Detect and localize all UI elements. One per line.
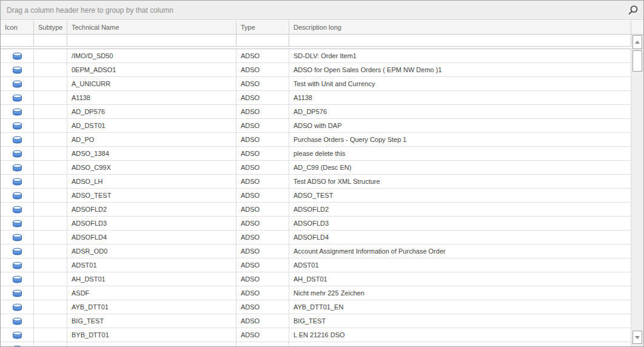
cell-subtype[interactable] bbox=[34, 328, 67, 342]
cell-type[interactable]: ADSO bbox=[236, 175, 289, 188]
row-icon-cell[interactable] bbox=[1, 91, 34, 104]
row-icon-cell[interactable] bbox=[1, 63, 34, 76]
cell-type[interactable]: ADSO bbox=[236, 147, 289, 160]
vertical-scrollbar[interactable] bbox=[631, 35, 643, 346]
cell-type[interactable]: ADSO bbox=[236, 133, 289, 146]
row-icon-cell[interactable] bbox=[1, 217, 34, 230]
cell-subtype[interactable] bbox=[34, 119, 67, 132]
cell-description[interactable]: AD_C99 (Desc EN) bbox=[289, 161, 631, 174]
cell-description[interactable]: Nicht mehr 225 Zeichen bbox=[289, 286, 631, 300]
group-by-panel[interactable]: Drag a column header here to group by th… bbox=[1, 1, 643, 20]
cell-description[interactable]: BIG_TEST bbox=[289, 314, 631, 328]
cell-subtype[interactable] bbox=[34, 175, 67, 188]
column-header-icon[interactable]: Icon bbox=[1, 21, 34, 34]
cell-technical-name[interactable]: ADSOFLD2 bbox=[67, 203, 236, 216]
cell-type[interactable]: ADSO bbox=[236, 189, 289, 202]
cell-type[interactable]: ADSO bbox=[236, 105, 289, 118]
cell-subtype[interactable] bbox=[34, 272, 67, 286]
cell-technical-name[interactable]: AD_PO bbox=[67, 133, 236, 146]
row-icon-cell[interactable] bbox=[1, 49, 34, 62]
cell-description[interactable]: ADSOFLD2 bbox=[289, 203, 631, 216]
cell-description[interactable]: ADSO_TEST bbox=[289, 189, 631, 202]
row-icon-cell[interactable] bbox=[1, 161, 34, 174]
row-icon-cell[interactable] bbox=[1, 231, 34, 244]
cell-description[interactable]: ADSO for Open Sales Orders ( EPM NW Demo… bbox=[289, 63, 631, 76]
search-icon[interactable] bbox=[627, 5, 639, 16]
cell-type[interactable]: ADSO bbox=[236, 119, 289, 132]
cell-technical-name[interactable]: ADSO_TEST bbox=[67, 189, 236, 202]
table-row[interactable]: ASDF ADSO Nicht mehr 225 Zeichen bbox=[1, 286, 631, 300]
cell-description[interactable]: AYB_DTT01_EN bbox=[289, 300, 631, 314]
cell-technical-name[interactable]: AYB_DTT01 bbox=[67, 300, 236, 314]
row-icon-cell[interactable] bbox=[1, 272, 34, 286]
cell-description[interactable]: Test ADSO for XML Structure bbox=[289, 175, 631, 188]
cell-subtype[interactable] bbox=[34, 77, 67, 90]
cell-type[interactable]: ADSO bbox=[236, 314, 289, 328]
cell-technical-name[interactable]: 0EPM_ADSO1 bbox=[67, 63, 236, 76]
row-icon-cell[interactable] bbox=[1, 147, 34, 160]
cell-subtype[interactable] bbox=[34, 203, 67, 216]
cell-description[interactable]: A1138 bbox=[289, 91, 631, 104]
cell-technical-name[interactable]: ADSO_C99X bbox=[67, 161, 236, 174]
table-row[interactable] bbox=[1, 342, 631, 346]
row-icon-cell[interactable] bbox=[1, 77, 34, 90]
cell-technical-name[interactable]: AD_DST01 bbox=[67, 119, 236, 132]
cell-subtype[interactable] bbox=[34, 105, 67, 118]
row-icon-cell[interactable] bbox=[1, 175, 34, 188]
table-row[interactable]: 0EPM_ADSO1 ADSO ADSO for Open Sales Orde… bbox=[1, 63, 631, 77]
cell-subtype[interactable] bbox=[34, 133, 67, 146]
cell-description[interactable]: ADSOFLD4 bbox=[289, 231, 631, 244]
cell-type[interactable]: ADSO bbox=[236, 258, 289, 272]
cell-description[interactable]: Test with Unit and Currency bbox=[289, 77, 631, 90]
table-row[interactable]: ADSOFLD4 ADSO ADSOFLD4 bbox=[1, 231, 631, 244]
table-row[interactable]: BYB_DTT01 ADSO L EN 21216 DSO bbox=[1, 328, 631, 342]
cell-subtype[interactable] bbox=[34, 286, 67, 300]
table-row[interactable]: AD_DST01 ADSO ADSO with DAP bbox=[1, 119, 631, 133]
cell-type[interactable]: ADSO bbox=[236, 49, 289, 62]
row-icon-cell[interactable] bbox=[1, 342, 34, 346]
cell-type[interactable]: ADSO bbox=[236, 203, 289, 216]
table-row[interactable]: ADSO_1384 ADSO please delete this bbox=[1, 147, 631, 161]
cell-type[interactable]: ADSO bbox=[236, 231, 289, 244]
cell-type[interactable]: ADSO bbox=[236, 161, 289, 174]
cell-description[interactable]: Purchase Orders - Query Copy Step 1 bbox=[289, 133, 631, 146]
table-row[interactable]: ADSR_OD0 ADSO Account Assignment Informa… bbox=[1, 244, 631, 258]
cell-technical-name[interactable]: ADSO_LH bbox=[67, 175, 236, 188]
cell-technical-name[interactable]: AH_DST01 bbox=[67, 272, 236, 286]
cell-type[interactable]: ADSO bbox=[236, 217, 289, 230]
cell-subtype[interactable] bbox=[34, 189, 67, 202]
cell-description[interactable]: AH_DST01 bbox=[289, 272, 631, 286]
filter-cell-subtype[interactable] bbox=[34, 35, 67, 46]
row-icon-cell[interactable] bbox=[1, 286, 34, 300]
row-icon-cell[interactable] bbox=[1, 119, 34, 132]
cell-technical-name[interactable]: /IMO/D_SD50 bbox=[67, 49, 236, 62]
table-row[interactable]: AH_DST01 ADSO AH_DST01 bbox=[1, 272, 631, 286]
scroll-down-button[interactable] bbox=[632, 331, 642, 344]
cell-technical-name[interactable]: ADSO_1384 bbox=[67, 147, 236, 160]
row-icon-cell[interactable] bbox=[1, 203, 34, 216]
cell-technical-name[interactable]: A_UNICURR bbox=[67, 77, 236, 90]
table-row[interactable]: ADSO_LH ADSO Test ADSO for XML Structure bbox=[1, 175, 631, 189]
table-row[interactable]: ADSO_TEST ADSO ADSO_TEST bbox=[1, 189, 631, 203]
table-row[interactable]: ADST01 ADSO ADST01 bbox=[1, 258, 631, 272]
cell-type[interactable] bbox=[236, 342, 289, 346]
cell-description[interactable]: L EN 21216 DSO bbox=[289, 328, 631, 342]
cell-technical-name[interactable]: ADSOFLD3 bbox=[67, 217, 236, 230]
scroll-thumb[interactable] bbox=[632, 50, 642, 72]
cell-technical-name[interactable]: ADSOFLD4 bbox=[67, 231, 236, 244]
table-row[interactable]: /IMO/D_SD50 ADSO SD-DLV: Order Item1 bbox=[1, 49, 631, 63]
cell-subtype[interactable] bbox=[34, 147, 67, 160]
row-icon-cell[interactable] bbox=[1, 314, 34, 328]
cell-description[interactable]: Account Assignment Information of Purcha… bbox=[289, 244, 631, 258]
cell-type[interactable]: ADSO bbox=[236, 286, 289, 300]
cell-technical-name[interactable]: ADST01 bbox=[67, 258, 236, 272]
cell-type[interactable]: ADSO bbox=[236, 272, 289, 286]
column-header-type[interactable]: Type bbox=[236, 21, 289, 34]
row-icon-cell[interactable] bbox=[1, 105, 34, 118]
column-header-technical-name[interactable]: Technical Name bbox=[67, 21, 236, 34]
cell-description[interactable]: ADSO with DAP bbox=[289, 119, 631, 132]
cell-type[interactable]: ADSO bbox=[236, 63, 289, 76]
cell-subtype[interactable] bbox=[34, 49, 67, 62]
table-row[interactable]: AD_PO ADSO Purchase Orders - Query Copy … bbox=[1, 133, 631, 147]
cell-technical-name[interactable]: ADSR_OD0 bbox=[67, 244, 236, 258]
